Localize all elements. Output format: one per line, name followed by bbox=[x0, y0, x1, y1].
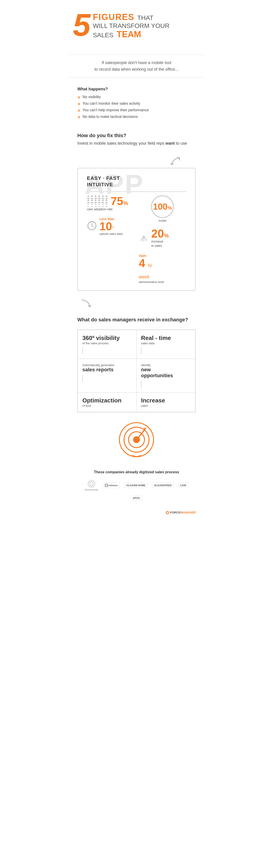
svg-point-0 bbox=[88, 195, 89, 197]
fix-subtitle-post: to use bbox=[175, 141, 187, 146]
logo-eurofred: 50 EUROFRED bbox=[152, 483, 173, 488]
arrow-up-icon bbox=[139, 232, 149, 244]
bullet-item-3: ✕ You can't help improve their performan… bbox=[77, 108, 196, 113]
hero-number: 5 bbox=[73, 9, 90, 41]
app-left-col: 75% user adoption rate bbox=[87, 195, 134, 284]
x-icon-4: ✕ bbox=[77, 115, 80, 120]
flow-cell-visibility: 360º visibility of the sales process bbox=[78, 330, 136, 359]
people-icons bbox=[87, 195, 108, 207]
forcemanager-icon bbox=[166, 511, 169, 515]
svg-point-14 bbox=[95, 204, 97, 205]
logo-lion: LION bbox=[178, 483, 188, 488]
footer-brand: FORCEMANAGER bbox=[166, 511, 196, 515]
fix-subtitle: Invest in mobile sales technology your f… bbox=[77, 141, 196, 147]
apoc-label: APOC bbox=[133, 497, 140, 499]
svg-point-10 bbox=[102, 199, 104, 201]
app-box: APP EASY · FASTINTUITIVE bbox=[77, 168, 196, 291]
adoption-block: 75% user adoption rate bbox=[87, 195, 134, 212]
hero-will: WILL TRANSFORM YOUR bbox=[93, 22, 169, 30]
thyssenkrupp-label: thyssenkrupp bbox=[85, 489, 98, 491]
increase-number: 20% bbox=[151, 227, 169, 240]
flow-cell-increase: Increase sales bbox=[136, 393, 195, 412]
svg-point-5 bbox=[106, 195, 107, 197]
visibility-sub: of the sales process bbox=[82, 342, 132, 345]
person-icon bbox=[90, 195, 93, 199]
mobile-number: 100% bbox=[153, 202, 172, 211]
less-than-number: 10″ bbox=[100, 221, 122, 232]
mobile-circle: 100% bbox=[151, 195, 174, 218]
person-icon bbox=[102, 195, 104, 199]
bullet-text-1: No visibility bbox=[83, 95, 101, 99]
increase-content: 20% increasein sales bbox=[151, 228, 169, 248]
hero-team: TEAM bbox=[117, 30, 141, 39]
flow-diagram: 360º visibility of the sales process Rea… bbox=[77, 330, 196, 412]
companies-logos: thyssenkrupp rolesco OLOXAM HOME 50 EURO… bbox=[77, 480, 196, 500]
rolesco-icon bbox=[105, 484, 108, 487]
person-icon bbox=[98, 195, 101, 199]
x-icon-2: ✕ bbox=[77, 102, 80, 106]
person-icon bbox=[94, 195, 97, 199]
what-happens-title: What happens? bbox=[77, 87, 196, 92]
logo-rolesco: rolesco bbox=[103, 483, 120, 488]
svg-point-1 bbox=[91, 195, 93, 197]
flow-cell-realtime: Real - time sales data bbox=[136, 330, 195, 359]
svg-point-7 bbox=[91, 199, 93, 201]
rolesco-label: rolesco bbox=[109, 484, 118, 487]
reports-title: sales reports bbox=[82, 367, 132, 373]
fix-section: How do you fix this? Invest in mobile sa… bbox=[68, 128, 205, 153]
flow-connector-1 bbox=[82, 347, 83, 354]
svg-point-16 bbox=[102, 204, 104, 205]
hero-figures-line: FIGURES THAT bbox=[93, 12, 169, 22]
clock-icon bbox=[87, 220, 97, 232]
app-right-col: 100% mobile bbox=[139, 195, 186, 284]
oloxam-label: OLOXAM HOME bbox=[126, 484, 145, 487]
bullet-item-1: ✕ No visibility bbox=[77, 95, 196, 100]
increase-label: increasein sales bbox=[151, 239, 169, 248]
svg-line-20 bbox=[92, 226, 94, 227]
managers-title: What do sales managers receive in exchan… bbox=[77, 317, 196, 323]
app-label: EASY · FASTINTUITIVE bbox=[87, 175, 186, 188]
hero-that: THAT bbox=[137, 14, 153, 21]
svg-point-3 bbox=[99, 195, 100, 197]
optimization-sub: of time bbox=[82, 404, 132, 407]
footer-brand-text: FORCEMANAGER bbox=[170, 511, 196, 514]
hero-figures: FIGURES bbox=[93, 12, 134, 22]
flow-cell-optimization: Optimizaction of time bbox=[78, 393, 136, 412]
mobile-label: mobile bbox=[158, 219, 166, 222]
subtitle-line2: to record data when working out of the o… bbox=[77, 66, 196, 73]
app-container: APP EASY · FASTINTUITIVE bbox=[68, 153, 205, 296]
flow-cell-reports: Automatically generated sales reports bbox=[78, 359, 136, 393]
lion-label: LION bbox=[180, 484, 186, 487]
x-icon-3: ✕ bbox=[77, 108, 80, 113]
increase-title: Increase bbox=[141, 397, 191, 404]
save-number: 4 h/week bbox=[139, 257, 186, 280]
visibility-title: 360º visibility bbox=[82, 335, 132, 342]
svg-point-36 bbox=[166, 512, 168, 514]
svg-point-2 bbox=[95, 195, 97, 197]
eurofred-label: 50 EUROFRED bbox=[154, 484, 171, 487]
hero-text-block: FIGURES THAT WILL TRANSFORM YOUR SALES T… bbox=[93, 9, 169, 39]
mobile-circle-content: 100% bbox=[153, 203, 172, 211]
reports-pre: Automatically generated bbox=[82, 363, 132, 367]
bullet-text-2: You can't monitor their sales activity bbox=[83, 101, 140, 105]
person-icon bbox=[102, 204, 104, 207]
app-grid: 75% user adoption rate bbox=[87, 195, 186, 284]
companies-title: These companies already digitized sales … bbox=[77, 470, 196, 474]
app-divider bbox=[87, 191, 186, 192]
arrow-down-icon bbox=[77, 298, 93, 311]
less-than-sub: upload sales data bbox=[100, 232, 122, 236]
less-than-content: Less than 10″ upload sales data bbox=[100, 217, 122, 236]
bullet-item-4: ✕ No data to make tactical decisions bbox=[77, 115, 196, 120]
person-icon bbox=[87, 199, 90, 203]
x-icon-1: ✕ bbox=[77, 95, 80, 100]
person-icon bbox=[98, 204, 101, 207]
target-container bbox=[68, 417, 205, 463]
footer: FORCEMANAGER bbox=[68, 507, 205, 518]
svg-point-8 bbox=[95, 199, 97, 201]
fix-subtitle-pre: Invest in mobile sales technology your f… bbox=[77, 141, 165, 146]
logo-thyssenkrupp: thyssenkrupp bbox=[85, 480, 98, 491]
subtitle-line1: If salespeople don't have a mobile tool bbox=[77, 60, 196, 66]
svg-point-17 bbox=[106, 204, 107, 205]
adoption-number: 75% bbox=[111, 195, 128, 208]
svg-point-12 bbox=[88, 204, 89, 205]
